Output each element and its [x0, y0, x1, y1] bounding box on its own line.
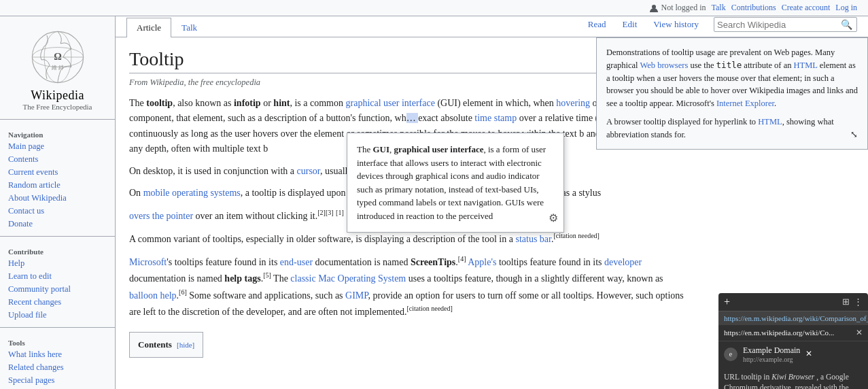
- kiwi-domain-close[interactable]: ✕: [805, 349, 812, 359]
- kiwi-tab1-title: https://en.m.wikipedia.org/wiki/Co...: [724, 328, 852, 337]
- sidebar-item-about-wikipedia[interactable]: About Wikipedia: [0, 192, 115, 205]
- article-content: Tooltip From Wikipedia, the free encyclo…: [116, 37, 868, 389]
- top-bar: Not logged in Talk Contributions Create …: [0, 0, 868, 16]
- main-layout: Ω 維 絆 Wikipedia The Free Encyclopedia Na…: [0, 16, 868, 389]
- create-account-link[interactable]: Create account: [782, 3, 831, 13]
- tooltip-popup-text: The GUI, graphical user interface, is a …: [357, 143, 554, 222]
- user-status: Not logged in: [649, 3, 706, 13]
- sidebar-item-upload-file[interactable]: Upload file: [0, 309, 115, 322]
- balloon-help-link[interactable]: balloon help: [129, 290, 177, 300]
- wiki-subtitle: The Free Encyclopedia: [5, 103, 109, 111]
- kiwi-tab1-close[interactable]: ✕: [856, 328, 863, 338]
- tooltip-popup: The GUI, graphical user interface, is a …: [347, 133, 564, 233]
- infotip-bold: infotip: [234, 98, 261, 108]
- tools-title: Tools: [0, 336, 115, 348]
- search-box: 🔍: [714, 17, 857, 32]
- read-button[interactable]: Read: [581, 16, 613, 33]
- tooltip-bold: tooltip: [146, 98, 173, 108]
- gui-link[interactable]: graphical user interface: [346, 98, 435, 108]
- navigation-section: Navigation Main page Contents Current ev…: [0, 122, 115, 233]
- kiwi-menu-icon[interactable]: ⋮: [854, 297, 863, 307]
- web-browsers-link[interactable]: Web browsers: [640, 61, 688, 70]
- sidebar-item-current-events[interactable]: Current events: [0, 166, 115, 179]
- tab-actions: Read Edit View history 🔍: [581, 16, 857, 37]
- content-area: Article Talk Read Edit View history 🔍 To…: [116, 16, 868, 389]
- talk-link[interactable]: Talk: [712, 3, 726, 13]
- kiwi-plus-button[interactable]: +: [724, 296, 730, 308]
- highlighted-text: …: [406, 113, 419, 123]
- ie-link[interactable]: Internet Explorer: [716, 99, 774, 108]
- microsoft-link[interactable]: Microsoft: [129, 257, 167, 267]
- mobile-os-link[interactable]: mobile operating systems: [143, 188, 241, 198]
- edit-button[interactable]: Edit: [616, 16, 644, 33]
- tabs-bar: Article Talk Read Edit View history 🔍: [116, 16, 868, 37]
- cursor-link[interactable]: cursor: [297, 166, 320, 176]
- kiwi-tab1-info: https://en.m.wikipedia.org/wiki/Co...: [724, 328, 852, 337]
- infobox-line2: A browser tooltip displayed for hyperlin…: [606, 116, 858, 141]
- kiwi-url-tab: https://en.m.wikipedia.org/wiki/Comparis…: [718, 311, 868, 325]
- sidebar-item-donate[interactable]: Donate: [0, 218, 115, 231]
- html-link2[interactable]: HTML: [758, 117, 782, 126]
- kiwi-bottom-text: URL tooltip in Kiwi Browser , a Google C…: [718, 367, 868, 389]
- sidebar-item-contents[interactable]: Contents: [0, 153, 115, 166]
- sidebar-item-contact-us[interactable]: Contact us: [0, 205, 115, 218]
- timestamp-link[interactable]: time stamp: [474, 113, 517, 123]
- ref5: [5]: [263, 271, 271, 279]
- kiwi-domain-icon: e: [724, 348, 737, 361]
- view-history-button[interactable]: View history: [646, 16, 706, 33]
- gear-button[interactable]: ⚙: [549, 210, 558, 226]
- sidebar-item-community-portal[interactable]: Community portal: [0, 283, 115, 296]
- sidebar-item-recent-changes[interactable]: Recent changes: [0, 296, 115, 309]
- status-bar-link[interactable]: status bar: [515, 234, 551, 244]
- kiwi-header: + ⊞ ⋮: [718, 293, 868, 311]
- tools-section: Tools What links here Related changes Sp…: [0, 331, 115, 389]
- contents-hide-link[interactable]: [hide]: [177, 341, 194, 349]
- ref23: [2][3]: [317, 209, 333, 216]
- paragraph-4: A common variant of tooltips, especially…: [129, 231, 687, 247]
- tab-talk[interactable]: Talk: [171, 18, 207, 37]
- infobox-inner: Demonstrations of tooltip usage are prev…: [604, 44, 861, 143]
- developer-link[interactable]: developer: [604, 257, 642, 267]
- end-user-link[interactable]: end-user: [280, 257, 313, 267]
- paragraph-5: Microsoft's tooltips feature found in it…: [129, 254, 687, 319]
- gui-full-bold: graphical user interface: [394, 144, 484, 154]
- infobox-expand-icon[interactable]: ⤡: [850, 129, 858, 141]
- tab-article[interactable]: Article: [126, 18, 171, 37]
- contents-box: Contents [hide]: [129, 332, 203, 358]
- kiwi-italic: Kiwi Browser: [771, 373, 814, 381]
- log-in-link[interactable]: Log in: [835, 3, 857, 13]
- contribute-title: Contribute: [0, 245, 115, 257]
- wiki-title: Wikipedia: [5, 88, 109, 103]
- sidebar-item-special-pages[interactable]: Special pages: [0, 374, 115, 387]
- sidebar-item-random-article[interactable]: Random article: [0, 179, 115, 192]
- hint-bold: hint: [273, 98, 290, 108]
- contributions-link[interactable]: Contributions: [731, 3, 776, 13]
- contents-title: Contents: [138, 339, 172, 350]
- kiwi-grid-icon[interactable]: ⊞: [842, 297, 850, 307]
- classic-mac-link[interactable]: classic Mac Operating System: [290, 273, 406, 284]
- navigation-title: Navigation: [0, 128, 115, 140]
- infobox-text-1: Demonstrations of tooltip usage are prev…: [606, 48, 858, 108]
- ref4: [4]: [458, 255, 466, 263]
- citation-needed-2: [citation needed]: [406, 305, 452, 312]
- sidebar-item-help[interactable]: Help: [0, 257, 115, 270]
- kiwi-domain-info: Example Domain http://example.org: [743, 345, 800, 363]
- sidebar-logo: Ω 維 絆 Wikipedia The Free Encyclopedia: [0, 22, 115, 116]
- search-button[interactable]: 🔍: [839, 19, 854, 30]
- sidebar-item-related-changes[interactable]: Related changes: [0, 361, 115, 374]
- sidebar-item-learn-to-edit[interactable]: Learn to edit: [0, 270, 115, 283]
- search-input[interactable]: [717, 20, 839, 30]
- ref1: [1]: [336, 209, 344, 216]
- screenTips-bold: ScreenTips: [411, 257, 455, 267]
- sidebar-item-main-page[interactable]: Main page: [0, 140, 115, 153]
- apple-link[interactable]: Apple's: [468, 257, 496, 267]
- user-icon: [649, 3, 659, 13]
- hovers-pointer-link[interactable]: overs the pointer: [129, 211, 193, 221]
- hovering-link[interactable]: hovering: [556, 98, 590, 108]
- not-logged-in-text: Not logged in: [661, 3, 706, 13]
- sidebar-item-what-links-here[interactable]: What links here: [0, 348, 115, 361]
- html-link[interactable]: HTML: [794, 61, 818, 70]
- gimp-link[interactable]: GIMP: [345, 290, 368, 300]
- help-tags-bold: help tags: [224, 273, 260, 284]
- kiwi-tab-item-1: https://en.m.wikipedia.org/wiki/Co... ✕: [718, 325, 868, 341]
